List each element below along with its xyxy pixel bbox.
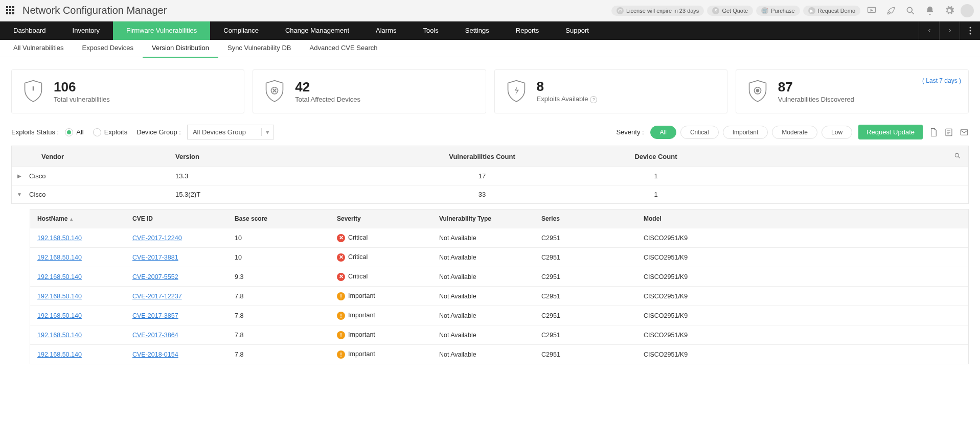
quote-pill[interactable]: $Get Quote — [707, 6, 753, 16]
avatar[interactable] — [961, 4, 974, 17]
col-model[interactable]: Model — [644, 215, 968, 222]
severity-critical-icon: ✕ — [337, 234, 345, 242]
sub-nav: All VulnerabilitiesExposed DevicesVersio… — [0, 40, 980, 57]
nav-dashboard[interactable]: Dashboard — [0, 21, 59, 40]
pdf-export-icon[interactable] — [929, 128, 938, 137]
app-launcher-icon[interactable] — [6, 6, 15, 15]
cell-score: 7.8 — [235, 312, 337, 319]
cell-model: CISCO2951/K9 — [644, 273, 968, 280]
presentation-icon[interactable] — [867, 6, 877, 16]
cell-type: Not Available — [439, 254, 541, 261]
col-version[interactable]: Version — [175, 153, 380, 160]
table-search-icon[interactable] — [954, 152, 961, 159]
cve-link[interactable]: CVE-2018-0154 — [132, 351, 178, 358]
cell-model: CISCO2951/K9 — [644, 235, 968, 242]
top-header: Network Configuration Manager ⏱License w… — [0, 0, 980, 21]
radio-exploits[interactable]: Exploits — [93, 128, 128, 136]
cve-link[interactable]: CVE-2017-12237 — [132, 293, 182, 300]
subnav-all-vulnerabilities[interactable]: All Vulnerabilities — [4, 39, 73, 58]
cell-score: 9.3 — [235, 273, 337, 280]
stat-label: Exploits Available? — [537, 95, 598, 103]
gear-icon[interactable] — [944, 6, 954, 16]
search-icon[interactable] — [905, 6, 916, 16]
nav-compliance[interactable]: Compliance — [210, 21, 272, 40]
filter-row: Exploits Status : All Exploits Device Gr… — [0, 122, 980, 146]
col-vuln-type[interactable]: Vulnerability Type — [439, 215, 541, 222]
help-icon[interactable]: ? — [590, 96, 597, 103]
cve-link[interactable]: CVE-2017-3864 — [132, 332, 178, 339]
last-7-days-link[interactable]: ( Last 7 days ) — [922, 77, 961, 84]
severity-important[interactable]: Important — [723, 126, 768, 139]
col-vuln-count[interactable]: Vulnerabilities Count — [380, 153, 584, 160]
nav-settings[interactable]: Settings — [452, 21, 503, 40]
cell-device-count: 1 — [584, 172, 727, 180]
device-group-select[interactable]: All Devices Group — [187, 125, 274, 139]
col-series[interactable]: Series — [541, 215, 644, 222]
hostname-link[interactable]: 192.168.50.140 — [37, 254, 82, 261]
cve-link[interactable]: CVE-2007-5552 — [132, 273, 178, 280]
nav-inventory[interactable]: Inventory — [59, 21, 113, 40]
cell-model: CISCO2951/K9 — [644, 254, 968, 261]
subnav-version-distribution[interactable]: Version Distribution — [143, 39, 218, 58]
nav-reports[interactable]: Reports — [503, 21, 553, 40]
shield-x-icon — [263, 78, 286, 105]
severity-low[interactable]: Low — [822, 126, 852, 139]
subnav-sync-vulnerability-db[interactable]: Sync Vulnerability DB — [218, 39, 301, 58]
hostname-link[interactable]: 192.168.50.140 — [37, 351, 82, 358]
severity-moderate[interactable]: Moderate — [772, 126, 817, 139]
col-cve-id[interactable]: CVE ID — [132, 215, 235, 222]
email-icon[interactable] — [960, 128, 969, 137]
severity-all[interactable]: All — [650, 126, 676, 139]
stat-total-vulnerabilities: 106 Total vulnerabilities — [11, 69, 244, 113]
cell-series: C2951 — [541, 254, 644, 261]
cell-type: Not Available — [439, 351, 541, 358]
demo-pill[interactable]: ▶Request Demo — [803, 6, 860, 16]
table-header: Vendor Version Vulnerabilities Count Dev… — [12, 146, 968, 167]
csv-export-icon[interactable] — [944, 128, 953, 137]
col-vendor[interactable]: Vendor — [12, 153, 175, 160]
purchase-pill[interactable]: 🛒Purchase — [756, 6, 800, 16]
radio-all[interactable]: All — [65, 128, 83, 136]
hostname-link[interactable]: 192.168.50.140 — [37, 273, 82, 280]
col-hostname[interactable]: HostName▲ — [30, 215, 132, 222]
shield-warning-icon — [22, 78, 44, 105]
nav-firmware-vulnerabilities[interactable]: Firmware Vulnerabilities — [113, 21, 210, 40]
bell-icon[interactable] — [925, 6, 935, 16]
stat-vulnerabilities-discovered: 87 Vulnerabilities Discovered ( Last 7 d… — [736, 69, 969, 113]
license-pill[interactable]: ⏱License will expire in 23 days — [611, 6, 704, 16]
cell-type: Not Available — [439, 273, 541, 280]
cve-link[interactable]: CVE-2017-12240 — [132, 235, 182, 242]
nav-alarms[interactable]: Alarms — [362, 21, 409, 40]
table-row[interactable]: ▼ Cisco 15.3(2)T 33 1 — [12, 185, 968, 203]
device-group-label: Device Group : — [136, 128, 181, 136]
request-update-button[interactable]: Request Update — [858, 125, 923, 139]
quote-text: Get Quote — [722, 8, 748, 14]
col-severity[interactable]: Severity — [337, 215, 439, 222]
nav-prev-arrow[interactable] — [919, 21, 939, 40]
nav-tools[interactable]: Tools — [409, 21, 451, 40]
severity-critical[interactable]: Critical — [680, 126, 719, 139]
subnav-advanced-cve-search[interactable]: Advanced CVE Search — [300, 39, 386, 58]
cell-type: Not Available — [439, 332, 541, 339]
hostname-link[interactable]: 192.168.50.140 — [37, 293, 82, 300]
rocket-icon[interactable] — [886, 6, 896, 16]
cell-series: C2951 — [541, 351, 644, 358]
nav-more-icon[interactable] — [960, 21, 980, 40]
collapse-icon[interactable]: ▼ — [12, 192, 27, 197]
cell-vuln-count: 33 — [380, 191, 584, 198]
col-device-count[interactable]: Device Count — [584, 153, 727, 160]
subnav-exposed-devices[interactable]: Exposed Devices — [73, 39, 143, 58]
cve-link[interactable]: CVE-2017-3881 — [132, 254, 178, 261]
hostname-link[interactable]: 192.168.50.140 — [37, 332, 82, 339]
expand-icon[interactable]: ▶ — [12, 173, 27, 179]
cve-link[interactable]: CVE-2017-3857 — [132, 312, 178, 319]
col-base-score[interactable]: Base score — [235, 215, 337, 222]
hostname-link[interactable]: 192.168.50.140 — [37, 235, 82, 242]
nav-change-management[interactable]: Change Management — [272, 21, 362, 40]
hostname-link[interactable]: 192.168.50.140 — [37, 312, 82, 319]
nav-support[interactable]: Support — [552, 21, 602, 40]
cell-version: 13.3 — [175, 172, 380, 180]
nav-next-arrow[interactable] — [939, 21, 960, 40]
version-table: Vendor Version Vulnerabilities Count Dev… — [11, 146, 969, 204]
table-row[interactable]: ▶ Cisco 13.3 17 1 — [12, 167, 968, 185]
